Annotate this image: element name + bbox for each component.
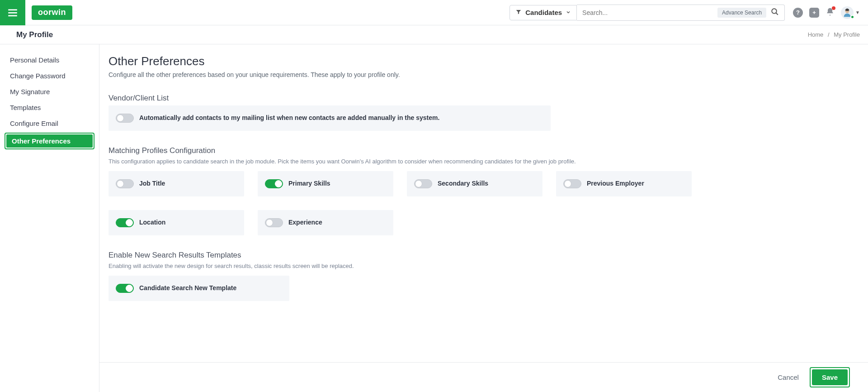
menu-toggle-button[interactable] — [0, 0, 25, 25]
search-filter-dropdown[interactable]: Candidates — [509, 5, 577, 20]
hamburger-icon — [7, 7, 19, 19]
search-templates-desc: Enabling will activate the new design fo… — [108, 263, 854, 269]
sidebar-item-personal-details[interactable]: Personal Details — [5, 53, 94, 67]
location-toggle[interactable] — [116, 218, 134, 227]
secondary-skills-toggle[interactable] — [414, 179, 432, 188]
page-title: Other Preferences — [108, 54, 854, 68]
search-group: Candidates Advance Search — [509, 5, 785, 21]
filter-icon — [515, 9, 522, 17]
logo-text: oorwin — [38, 8, 66, 17]
vendor-section-title: Vendor/Client List — [108, 94, 854, 103]
location-card: Location — [108, 210, 244, 235]
sidebar-item-my-signature[interactable]: My Signature — [5, 84, 94, 99]
primary-skills-label: Primary Skills — [288, 179, 330, 188]
page-section-title: My Profile — [16, 30, 53, 39]
secondary-skills-label: Secondary Skills — [438, 179, 488, 188]
top-bar: oorwin Candidates Advance Search ? + — [0, 0, 868, 25]
caret-down-icon: ▼ — [855, 10, 860, 15]
help-icon[interactable]: ? — [793, 8, 803, 18]
search-icon[interactable] — [769, 6, 781, 19]
primary-skills-card: Primary Skills — [258, 171, 393, 196]
vendor-auto-add-toggle[interactable] — [116, 114, 134, 123]
notifications-icon[interactable] — [826, 7, 835, 18]
vendor-section: Vendor/Client List Automatically add con… — [108, 94, 854, 131]
vendor-toggle-label: Automatically add contacts to my mailing… — [139, 114, 439, 123]
top-icons: ? + ▼ — [793, 6, 860, 19]
user-menu[interactable]: ▼ — [841, 6, 860, 19]
chevron-down-icon — [566, 9, 571, 17]
save-button-highlight: Save — [810, 367, 850, 387]
svg-rect-0 — [8, 9, 17, 10]
svg-rect-1 — [8, 12, 17, 13]
previous-employer-card: Previous Employer — [556, 171, 692, 196]
job-title-card: Job Title — [108, 171, 244, 196]
sidebar-item-label: Other Preferences — [6, 134, 93, 148]
filter-label: Candidates — [525, 9, 562, 16]
footer-bar: Cancel Save — [99, 362, 868, 392]
search-box: Advance Search — [577, 5, 785, 21]
status-indicator — [850, 15, 854, 19]
notification-dot — [832, 6, 835, 10]
search-input[interactable] — [582, 5, 717, 20]
advance-search-button[interactable]: Advance Search — [717, 8, 766, 18]
sub-header: My Profile Home / My Profile — [0, 25, 868, 44]
sidebar-item-change-password[interactable]: Change Password — [5, 68, 94, 83]
breadcrumb-current: My Profile — [834, 31, 860, 38]
sidebar-item-templates[interactable]: Templates — [5, 100, 94, 115]
sidebar-item-other-preferences[interactable]: Other Preferences — [5, 133, 94, 149]
job-title-label: Job Title — [139, 179, 165, 188]
job-title-toggle[interactable] — [116, 179, 134, 188]
sidebar-item-configure-email[interactable]: Configure Email — [5, 116, 94, 131]
primary-skills-toggle[interactable] — [265, 179, 283, 188]
sidebar: Personal Details Change Password My Sign… — [0, 44, 99, 392]
location-label: Location — [139, 218, 165, 227]
secondary-skills-card: Secondary Skills — [407, 171, 542, 196]
cancel-button[interactable]: Cancel — [778, 373, 799, 381]
previous-employer-label: Previous Employer — [587, 179, 644, 188]
candidate-search-template-toggle[interactable] — [116, 284, 134, 293]
matching-section-desc: This configuration applies to candidate … — [108, 158, 854, 165]
breadcrumb-home[interactable]: Home — [808, 31, 824, 38]
breadcrumb: Home / My Profile — [808, 31, 860, 38]
candidate-search-template-card: Candidate Search New Template — [108, 276, 289, 301]
matching-section: Matching Profiles Configuration This con… — [108, 146, 854, 235]
matching-section-title: Matching Profiles Configuration — [108, 146, 854, 155]
svg-rect-2 — [8, 15, 17, 16]
candidate-search-template-label: Candidate Search New Template — [139, 284, 236, 293]
add-icon[interactable]: + — [809, 8, 819, 18]
search-templates-title: Enable New Search Results Templates — [108, 251, 854, 260]
svg-line-4 — [776, 13, 778, 15]
save-button[interactable]: Save — [812, 369, 848, 385]
experience-card: Experience — [258, 210, 393, 235]
vendor-toggle-card: Automatically add contacts to my mailing… — [108, 105, 551, 131]
page-description: Configure all the other preferences base… — [108, 71, 854, 78]
experience-toggle[interactable] — [265, 218, 283, 227]
search-templates-section: Enable New Search Results Templates Enab… — [108, 251, 854, 301]
experience-label: Experience — [288, 218, 322, 227]
content-area: Other Preferences Configure all the othe… — [99, 44, 868, 392]
svg-point-3 — [772, 9, 777, 14]
logo[interactable]: oorwin — [32, 5, 72, 20]
previous-employer-toggle[interactable] — [563, 179, 581, 188]
breadcrumb-separator: / — [828, 31, 830, 38]
